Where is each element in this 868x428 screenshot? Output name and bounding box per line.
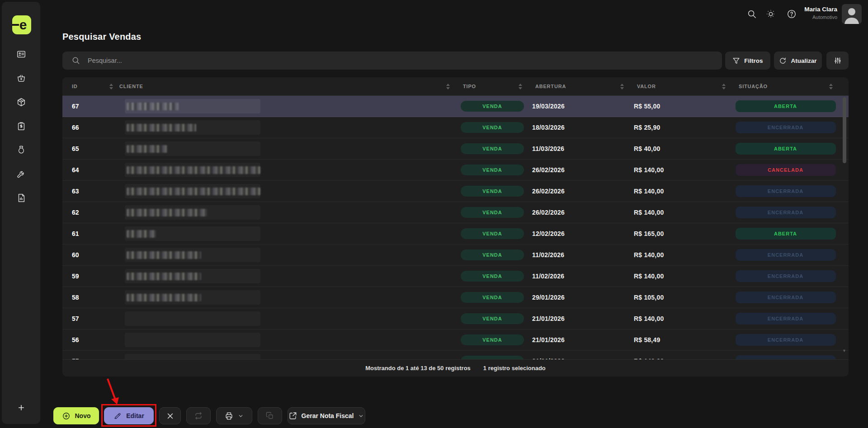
cancel-button[interactable] <box>159 407 181 424</box>
duplicate-button[interactable] <box>258 407 282 424</box>
column-settings-button[interactable] <box>826 52 849 70</box>
sort-icon <box>109 84 113 89</box>
reopen-button[interactable] <box>186 407 211 424</box>
print-button[interactable] <box>216 407 252 424</box>
filters-button[interactable]: Filtros <box>725 52 770 70</box>
refresh-button[interactable]: Atualizar <box>774 52 822 70</box>
scroll-down-icon[interactable]: ▼ <box>842 348 846 353</box>
status-badge: ENCERRADA <box>736 122 836 133</box>
sidebar-item-sales[interactable] <box>16 121 27 132</box>
column-header-id[interactable]: ID <box>72 77 119 95</box>
sidebar-item-reports[interactable] <box>16 193 27 203</box>
cell-valor: R$ 55,00 <box>630 103 732 110</box>
sidebar-add-button[interactable] <box>2 403 40 412</box>
status-badge: ENCERRADA <box>736 334 836 346</box>
column-header-abertura[interactable]: ABERTURA <box>528 77 630 95</box>
column-header-situacao[interactable]: SITUAÇÃO <box>732 77 839 95</box>
table-row[interactable]: 55 VENDA 21/01/2026 R$ 140,00 ENCERRADA <box>62 351 849 359</box>
contact-card-icon <box>16 49 26 59</box>
table-row[interactable]: 56 VENDA 21/01/2026 R$ 58,49 ENCERRADA <box>62 329 849 351</box>
cell-tipo: VENDA <box>456 228 528 239</box>
sidebar-item-products[interactable] <box>16 97 27 108</box>
refresh-label: Atualizar <box>791 57 816 64</box>
redacted-client-name <box>125 184 260 198</box>
cell-abertura: 18/03/2026 <box>528 124 630 131</box>
sliders-icon <box>834 56 842 65</box>
sidebar-item-contacts[interactable] <box>16 49 27 60</box>
cell-situacao: ENCERRADA <box>732 122 839 133</box>
redacted-client-name <box>125 269 260 283</box>
new-button[interactable]: Novo <box>53 407 99 424</box>
generate-invoice-button[interactable]: Gerar Nota Fiscal <box>288 407 365 424</box>
cell-abertura: 19/03/2026 <box>528 103 630 110</box>
sidebar-nav <box>2 49 40 203</box>
help-button[interactable] <box>787 9 797 19</box>
edit-button[interactable]: Editar <box>104 407 154 424</box>
sort-icon <box>512 84 522 89</box>
table-row[interactable]: 67 VENDA 19/03/2026 R$ 55,00 ABERTA <box>62 96 849 117</box>
pencil-icon <box>113 412 122 420</box>
table-row[interactable]: 59 VENDA 11/02/2026 R$ 140,00 ENCERRADA <box>62 266 849 287</box>
cell-tipo: VENDA <box>456 186 528 197</box>
cell-cliente <box>119 311 456 326</box>
table-row[interactable]: 58 VENDA 29/01/2026 R$ 105,00 ENCERRADA <box>62 287 849 308</box>
printer-icon <box>225 412 233 420</box>
cell-valor: R$ 40,00 <box>630 145 732 152</box>
repeat-icon <box>194 412 203 420</box>
search-bar <box>62 52 722 70</box>
table-row[interactable]: 62 VENDA 26/02/2026 R$ 140,00 ENCERRADA <box>62 202 849 223</box>
table-row[interactable]: 66 VENDA 18/03/2026 R$ 25,90 ENCERRADA <box>62 117 849 138</box>
edit-label: Editar <box>126 412 144 419</box>
tipo-badge: VENDA <box>461 207 524 218</box>
cell-id: 60 <box>72 251 119 259</box>
cell-situacao: ENCERRADA <box>732 249 839 261</box>
cell-id: 64 <box>72 166 119 174</box>
cell-abertura: 11/03/2026 <box>528 145 630 152</box>
cell-abertura: 11/02/2026 <box>528 251 630 259</box>
table-row[interactable]: 64 VENDA 26/02/2026 R$ 140,00 CANCELADA <box>62 160 849 181</box>
cell-abertura: 21/01/2026 <box>528 315 630 322</box>
column-header-cliente[interactable]: CLIENTE <box>119 77 456 95</box>
table-row[interactable]: 63 VENDA 26/02/2026 R$ 140,00 ENCERRADA <box>62 181 849 202</box>
search-icon <box>747 9 757 19</box>
tipo-badge: VENDA <box>461 249 524 260</box>
search-input[interactable] <box>88 57 722 64</box>
table-row[interactable]: 57 VENDA 21/01/2026 R$ 140,00 ENCERRADA <box>62 308 849 329</box>
global-search-button[interactable] <box>747 9 757 19</box>
cell-abertura: 21/01/2026 <box>528 336 630 343</box>
page-title: Pesquisar Vendas <box>62 32 141 42</box>
user-info[interactable]: Maria Clara Automotivo <box>804 6 837 20</box>
close-icon <box>166 412 174 420</box>
cell-abertura: 29/01/2026 <box>528 294 630 301</box>
sidebar-item-purchases[interactable] <box>16 73 27 84</box>
cell-valor: R$ 140,00 <box>630 166 732 174</box>
tipo-badge: VENDA <box>461 228 524 239</box>
cell-tipo: VENDA <box>456 356 528 359</box>
cell-id: 57 <box>72 315 119 322</box>
cell-cliente <box>119 163 456 177</box>
search-icon <box>71 56 80 65</box>
cell-valor: R$ 25,90 <box>630 124 732 131</box>
avatar[interactable] <box>842 4 862 24</box>
cell-id: 67 <box>72 103 119 110</box>
column-header-tipo[interactable]: TIPO <box>456 77 528 95</box>
tipo-badge: VENDA <box>461 292 524 303</box>
person-icon <box>842 4 862 24</box>
cell-id: 56 <box>72 336 119 343</box>
theme-toggle-button[interactable] <box>766 9 776 19</box>
tipo-badge: VENDA <box>461 143 524 154</box>
column-header-valor[interactable]: VALOR <box>630 77 732 95</box>
funnel-icon <box>732 57 740 65</box>
table-row[interactable]: 60 VENDA 11/02/2026 R$ 140,00 ENCERRADA <box>62 245 849 266</box>
tipo-badge: VENDA <box>461 334 524 345</box>
sidebar-item-services[interactable] <box>16 169 27 179</box>
sidebar-item-finance[interactable] <box>16 145 27 155</box>
cell-situacao: ABERTA <box>732 100 839 112</box>
table-scrollbar-thumb[interactable] <box>843 97 846 163</box>
app-screen: e <box>0 0 868 428</box>
app-logo[interactable]: e <box>12 15 31 34</box>
cell-abertura: 26/02/2026 <box>528 188 630 195</box>
table-row[interactable]: 61 VENDA 12/02/2026 R$ 165,00 ABERTA <box>62 223 849 245</box>
redacted-client-name <box>125 248 260 262</box>
table-row[interactable]: 65 VENDA 11/03/2026 R$ 40,00 ABERTA <box>62 138 849 160</box>
